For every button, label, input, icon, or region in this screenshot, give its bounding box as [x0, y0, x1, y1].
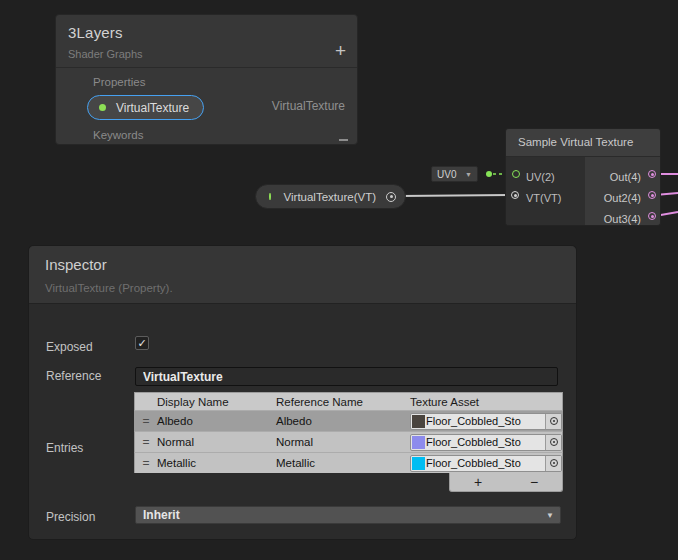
- entries-row-normal[interactable]: = Normal Normal Floor_Cobbled_Sto: [134, 431, 563, 452]
- precision-value: Inherit: [143, 508, 180, 522]
- output-port-icon[interactable]: [386, 192, 396, 202]
- properties-section-label: Properties: [56, 68, 357, 93]
- entry-display-name: Albedo: [157, 415, 276, 427]
- input-port-uv-icon[interactable]: [512, 170, 520, 178]
- property-color-dot-icon: [269, 193, 271, 200]
- precision-dropdown[interactable]: Inherit ▼: [135, 506, 561, 524]
- output-port-out3-icon[interactable]: [648, 212, 656, 220]
- node-inputs: UV(2) VT(VT): [506, 157, 585, 225]
- blackboard-header[interactable]: 3Layers Shader Graphs +: [56, 15, 357, 68]
- entry-reference-name: Metallic: [276, 457, 410, 469]
- entry-display-name: Normal: [157, 436, 276, 448]
- target-icon: [550, 417, 558, 425]
- property-type-label: VirtualTexture: [272, 99, 345, 113]
- texture-asset-name: Floor_Cobbled_Sto: [425, 436, 545, 448]
- node-title: Sample Virtual Texture: [506, 129, 660, 157]
- inspector-panel: Inspector VirtualTexture (Property). Exp…: [28, 245, 577, 540]
- texture-object-field[interactable]: Floor_Cobbled_Sto: [410, 434, 562, 451]
- texture-preview-swatch: [412, 415, 425, 428]
- target-icon: [550, 438, 558, 446]
- chevron-down-icon: ▼: [546, 511, 554, 520]
- graph-title: 3Layers: [68, 24, 345, 41]
- reference-input[interactable]: [135, 367, 558, 386]
- inspector-body: Exposed Reference Entries Display Name R…: [29, 304, 576, 539]
- node-virtualtexture-property[interactable]: VirtualTexture(VT): [255, 184, 406, 209]
- target-icon: [550, 459, 558, 467]
- remove-entry-button[interactable]: −: [506, 473, 562, 491]
- drag-handle-icon[interactable]: =: [135, 456, 157, 470]
- property-name: VirtualTexture: [116, 101, 189, 115]
- graph-subtitle: Shader Graphs: [68, 48, 345, 60]
- entries-label: Entries: [46, 441, 83, 455]
- uv-channel-dropdown[interactable]: UV0 ▼: [431, 166, 478, 182]
- precision-label: Precision: [46, 510, 95, 524]
- blackboard-panel: 3Layers Shader Graphs + Properties Virtu…: [55, 14, 358, 145]
- add-entry-button[interactable]: +: [450, 473, 506, 491]
- property-node-label: VirtualTexture(VT): [284, 191, 376, 203]
- output-port-out1-icon[interactable]: [648, 170, 656, 178]
- column-display-name: Display Name: [157, 396, 276, 408]
- reference-label: Reference: [46, 369, 101, 383]
- edge-vt[interactable]: [400, 195, 514, 196]
- node-body: UV(2) VT(VT) Out(4) Out2(4) Out3(4): [506, 157, 660, 225]
- entry-reference-name: Albedo: [276, 415, 410, 427]
- property-color-dot-icon: [99, 104, 106, 111]
- resize-grip-icon[interactable]: [339, 139, 348, 141]
- entry-reference-name: Normal: [276, 436, 410, 448]
- drag-handle-icon[interactable]: =: [135, 414, 157, 428]
- uv-default-dot-icon: [486, 171, 492, 177]
- entries-header-row: Display Name Reference Name Texture Asse…: [134, 392, 563, 410]
- exposed-checkbox[interactable]: [135, 336, 149, 350]
- input-vt-label: VT(VT): [506, 188, 585, 209]
- object-picker-button[interactable]: [545, 456, 561, 471]
- inspector-title: Inspector: [45, 256, 560, 273]
- input-port-vt-icon[interactable]: [511, 191, 519, 199]
- column-reference-name: Reference Name: [276, 396, 410, 408]
- add-property-button[interactable]: +: [335, 41, 346, 60]
- chevron-down-icon: ▼: [465, 171, 472, 178]
- texture-preview-swatch: [412, 436, 425, 449]
- entry-display-name: Metallic: [157, 457, 276, 469]
- keywords-section-label: Keywords: [56, 123, 357, 141]
- entries-row-metallic[interactable]: = Metallic Metallic Floor_Cobbled_Sto: [134, 452, 563, 473]
- texture-object-field[interactable]: Floor_Cobbled_Sto: [410, 413, 562, 430]
- exposed-label: Exposed: [46, 340, 93, 354]
- object-picker-button[interactable]: [545, 435, 561, 450]
- node-sample-virtual-texture[interactable]: Sample Virtual Texture UV(2) VT(VT) Out(…: [505, 128, 661, 226]
- uv-channel-value: UV0: [437, 169, 456, 180]
- texture-preview-swatch: [412, 457, 425, 470]
- output-port-out2-icon[interactable]: [648, 191, 656, 199]
- inspector-subtitle: VirtualTexture (Property).: [45, 282, 560, 294]
- drag-handle-icon[interactable]: =: [135, 435, 157, 449]
- entries-list: Display Name Reference Name Texture Asse…: [134, 392, 563, 492]
- entries-row-albedo[interactable]: = Albedo Albedo Floor_Cobbled_Sto: [134, 410, 563, 431]
- texture-asset-name: Floor_Cobbled_Sto: [425, 415, 545, 427]
- inspector-header[interactable]: Inspector VirtualTexture (Property).: [29, 246, 576, 304]
- object-picker-button[interactable]: [545, 414, 561, 429]
- texture-object-field[interactable]: Floor_Cobbled_Sto: [410, 455, 562, 472]
- property-pill-virtualtexture[interactable]: VirtualTexture: [87, 95, 204, 120]
- texture-asset-name: Floor_Cobbled_Sto: [425, 457, 545, 469]
- property-row: VirtualTexture VirtualTexture: [56, 93, 357, 123]
- entries-footer: + −: [449, 473, 563, 492]
- shader-graph-window: 3Layers Shader Graphs + Properties Virtu…: [0, 0, 678, 560]
- column-texture-asset: Texture Asset: [410, 396, 562, 408]
